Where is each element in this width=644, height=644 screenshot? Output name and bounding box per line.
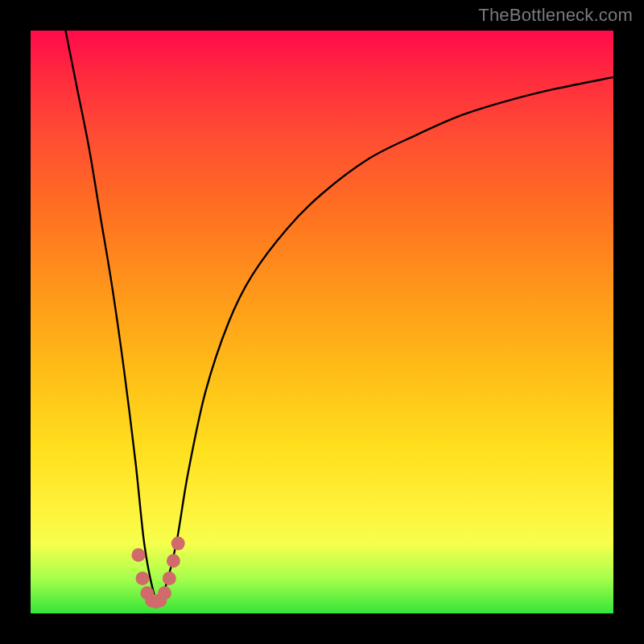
valley-dot	[171, 537, 185, 551]
valley-dot	[167, 554, 180, 568]
plot-area	[31, 31, 613, 613]
valley-dot	[158, 586, 171, 600]
watermark-text: TheBottleneck.com	[478, 5, 633, 26]
valley-dot	[163, 572, 176, 585]
valley-marker	[131, 537, 184, 609]
valley-dot	[136, 572, 150, 585]
chart-svg	[31, 31, 613, 613]
outer-frame: TheBottleneck.com	[0, 0, 644, 644]
valley-dot	[131, 548, 145, 562]
bottleneck-curve	[65, 31, 613, 602]
